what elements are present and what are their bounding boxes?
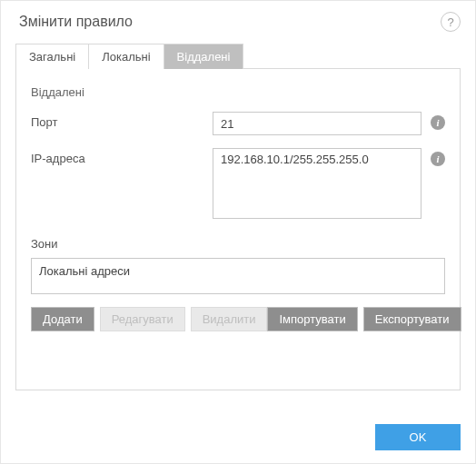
info-icon[interactable]: i	[431, 115, 445, 130]
ok-button[interactable]: OK	[375, 424, 461, 450]
btn-group-left: Додати Редагувати Видалити	[31, 307, 267, 331]
tab-remote[interactable]: Віддалені	[164, 44, 243, 69]
tab-local[interactable]: Локальні	[89, 44, 164, 69]
dialog-title: Змінити правило	[19, 14, 133, 30]
zones-list[interactable]: Локальні адреси	[31, 258, 445, 294]
port-label: Порт	[31, 112, 213, 129]
edit-button: Редагувати	[100, 307, 185, 331]
tab-panel-remote: Віддалені Порт i IP-адреса 192.168.10.1/…	[15, 68, 461, 390]
help-icon[interactable]: ?	[441, 12, 461, 32]
section-heading: Віддалені	[31, 85, 445, 99]
tab-general[interactable]: Загальні	[16, 44, 89, 69]
tabs: Загальні Локальні Віддалені	[15, 44, 243, 69]
import-button[interactable]: Імпортувати	[267, 307, 357, 331]
btn-group-right: Імпортувати Експортувати	[267, 307, 461, 331]
export-button[interactable]: Експортувати	[363, 307, 461, 331]
ip-label: IP-адреса	[31, 148, 213, 165]
dialog-header: Змінити правило ?	[1, 1, 475, 43]
zones-list-item[interactable]: Локальні адреси	[39, 264, 437, 278]
button-row: Додати Редагувати Видалити Імпортувати Е…	[31, 307, 445, 331]
row-port: Порт i	[31, 112, 445, 135]
row-ip: IP-адреса 192.168.10.1/255.255.255.0 i	[31, 148, 445, 219]
dialog-footer: OK	[1, 415, 475, 463]
ip-input[interactable]: 192.168.10.1/255.255.255.0	[213, 148, 421, 219]
delete-button: Видалити	[191, 307, 268, 331]
port-control: i	[213, 112, 445, 135]
port-input[interactable]	[213, 112, 421, 135]
zones-label: Зони	[31, 237, 445, 251]
dialog-body: Загальні Локальні Віддалені Віддалені По…	[1, 43, 475, 415]
add-button[interactable]: Додати	[31, 307, 94, 331]
ip-control: 192.168.10.1/255.255.255.0 i	[213, 148, 445, 219]
info-icon[interactable]: i	[431, 152, 445, 166]
edit-rule-dialog: Змінити правило ? Загальні Локальні Відд…	[0, 0, 476, 464]
